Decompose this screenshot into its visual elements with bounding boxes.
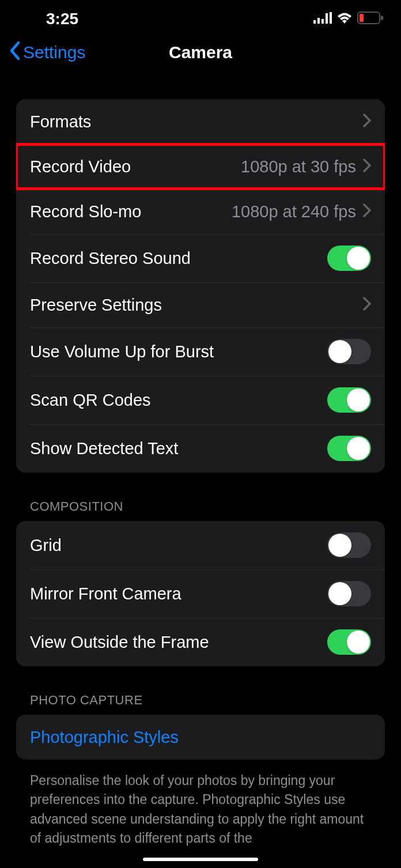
svg-rect-2 — [321, 19, 324, 24]
view-outside-toggle[interactable] — [327, 629, 371, 655]
record-slomo-value: 1080p at 240 fps — [232, 202, 356, 221]
volume-burst-label: Use Volume Up for Burst — [30, 342, 214, 361]
row-record-slomo[interactable]: Record Slo-mo 1080p at 240 fps — [16, 189, 385, 234]
home-indicator[interactable] — [143, 858, 258, 861]
settings-group-main: Formats Record Video 1080p at 30 fps Rec… — [16, 99, 385, 473]
svg-rect-7 — [360, 14, 364, 22]
row-detected-text: Show Detected Text — [16, 424, 385, 473]
view-outside-label: View Outside the Frame — [30, 633, 209, 652]
wifi-icon — [336, 12, 353, 26]
row-mirror-camera: Mirror Front Camera — [16, 569, 385, 618]
grid-toggle[interactable] — [327, 533, 371, 558]
detected-text-toggle[interactable] — [327, 436, 371, 461]
record-video-value: 1080p at 30 fps — [241, 157, 356, 176]
back-button[interactable]: Settings — [9, 41, 85, 64]
row-preserve-settings[interactable]: Preserve Settings — [16, 282, 385, 327]
svg-rect-6 — [381, 16, 383, 20]
row-formats[interactable]: Formats — [16, 99, 385, 144]
status-bar: 3:25 — [0, 0, 401, 35]
row-photographic-styles[interactable]: Photographic Styles — [16, 715, 385, 760]
nav-bar: Settings Camera — [0, 35, 401, 76]
section-header-photo-capture: Photo Capture — [16, 693, 385, 715]
formats-label: Formats — [30, 112, 91, 131]
svg-rect-4 — [330, 12, 332, 24]
row-scan-qr: Scan QR Codes — [16, 376, 385, 424]
page-title: Camera — [169, 43, 232, 62]
preserve-label: Preserve Settings — [30, 296, 162, 315]
row-record-video[interactable]: Record Video 1080p at 30 fps — [16, 144, 385, 189]
svg-rect-1 — [317, 18, 320, 24]
section-header-composition: Composition — [16, 499, 385, 521]
detected-text-label: Show Detected Text — [30, 439, 178, 458]
status-icons — [313, 12, 384, 27]
scan-qr-toggle[interactable] — [327, 387, 371, 413]
cellular-icon — [313, 12, 332, 26]
chevron-right-icon — [363, 297, 371, 313]
chevron-right-icon — [363, 158, 371, 175]
battery-icon — [357, 12, 384, 27]
stereo-sound-label: Record Stereo Sound — [30, 249, 191, 268]
mirror-toggle[interactable] — [327, 581, 371, 606]
photographic-styles-label: Photographic Styles — [30, 728, 179, 747]
chevron-left-icon — [9, 41, 21, 64]
footer-description: Personalise the look of your photos by b… — [16, 771, 385, 848]
status-time: 3:25 — [17, 10, 78, 28]
grid-label: Grid — [30, 536, 62, 555]
scan-qr-label: Scan QR Codes — [30, 391, 151, 410]
record-video-label: Record Video — [30, 157, 131, 176]
svg-rect-3 — [326, 13, 328, 24]
svg-rect-0 — [313, 20, 316, 24]
settings-group-photo-capture: Photographic Styles — [16, 715, 385, 760]
volume-burst-toggle[interactable] — [327, 339, 371, 364]
chevron-right-icon — [363, 203, 371, 220]
mirror-label: Mirror Front Camera — [30, 584, 181, 603]
settings-group-composition: Grid Mirror Front Camera View Outside th… — [16, 521, 385, 666]
stereo-sound-toggle[interactable] — [327, 246, 371, 271]
chevron-right-icon — [363, 114, 371, 130]
content: Formats Record Video 1080p at 30 fps Rec… — [0, 76, 401, 848]
record-slomo-label: Record Slo-mo — [30, 202, 141, 221]
back-label: Settings — [23, 43, 85, 62]
row-stereo-sound: Record Stereo Sound — [16, 234, 385, 282]
row-view-outside: View Outside the Frame — [16, 618, 385, 666]
row-volume-burst: Use Volume Up for Burst — [16, 327, 385, 376]
row-grid: Grid — [16, 521, 385, 569]
